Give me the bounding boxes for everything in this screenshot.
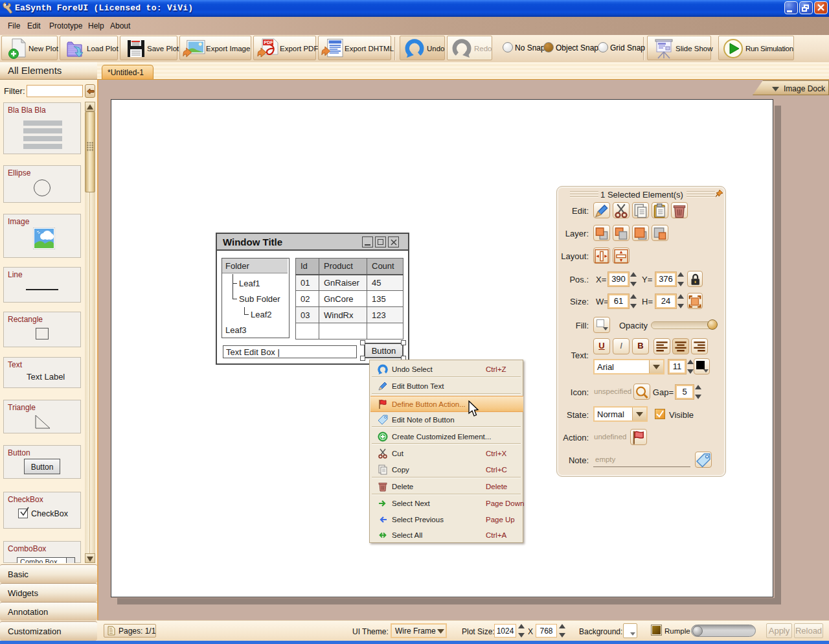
svg-text:PDF: PDF bbox=[264, 40, 274, 45]
